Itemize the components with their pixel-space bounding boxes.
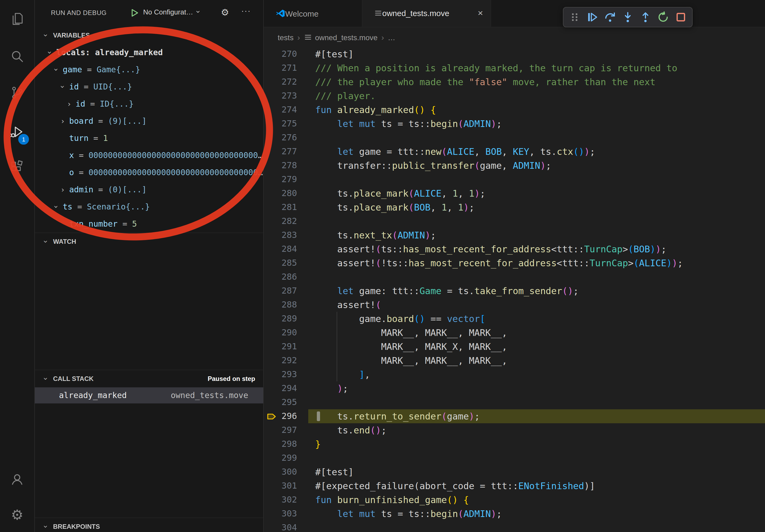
line-number[interactable]: 301 [280, 479, 297, 493]
line-number[interactable]: 289 [280, 312, 297, 326]
line-number[interactable]: 278 [280, 158, 297, 172]
glyph-margin[interactable] [264, 340, 280, 354]
line-number[interactable]: 283 [280, 228, 297, 242]
glyph-margin[interactable] [264, 368, 280, 382]
code-text[interactable]: ], [315, 368, 370, 382]
glyph-margin[interactable] [264, 521, 280, 532]
glyph-margin[interactable] [264, 242, 280, 256]
source-control-icon[interactable] [10, 85, 25, 100]
line-number[interactable]: 299 [280, 451, 297, 465]
glyph-margin[interactable] [264, 382, 280, 396]
glyph-margin[interactable] [264, 451, 280, 465]
glyph-margin[interactable] [264, 437, 280, 451]
glyph-margin[interactable] [264, 200, 280, 214]
glyph-margin[interactable] [264, 312, 280, 326]
glyph-margin[interactable] [264, 270, 280, 284]
glyph-margin[interactable] [264, 493, 280, 507]
line-number[interactable]: 284 [280, 242, 297, 256]
glyph-margin[interactable] [264, 75, 280, 89]
restart-button[interactable] [656, 10, 670, 24]
line-number[interactable]: 297 [280, 423, 297, 437]
glyph-margin[interactable] [264, 103, 280, 117]
code-text[interactable]: let game = ttt::new(ALICE, BOB, KEY, ts.… [315, 145, 595, 158]
step-out-button[interactable] [638, 10, 652, 24]
code-text[interactable]: ts.place_mark(ALICE, 1, 1); [315, 186, 485, 200]
code-text[interactable]: fun burn_unfinished_game() { [315, 493, 469, 507]
glyph-margin[interactable] [264, 172, 280, 186]
line-number[interactable]: 304 [280, 521, 297, 532]
code-text[interactable]: game.board() == vector[ [315, 312, 485, 326]
line-number[interactable]: 272 [280, 75, 297, 89]
glyph-margin[interactable] [264, 228, 280, 242]
variable-row-x[interactable]: ›x = 00000000000000000000000000000000000… [34, 147, 263, 164]
variable-row-o[interactable]: ›o = 00000000000000000000000000000000000… [34, 164, 263, 181]
current-line-arrow-icon[interactable] [264, 409, 280, 423]
extensions-icon[interactable] [10, 160, 25, 175]
line-number[interactable]: 291 [280, 340, 297, 354]
code-text[interactable]: let game: ttt::Game = ts.take_from_sende… [315, 284, 579, 298]
glyph-margin[interactable] [264, 145, 280, 158]
variable-row-board[interactable]: ›board = (9)[...] [34, 113, 263, 130]
call-stack-section-header[interactable]: › CALL STACK Paused on step [34, 370, 263, 387]
breadcrumb-item-owned_tests-move[interactable]: owned_tests.move [304, 33, 378, 42]
glyph-margin[interactable] [264, 507, 280, 521]
debug-config-dropdown[interactable]: No Configurations › [143, 8, 200, 16]
search-icon[interactable] [10, 49, 25, 64]
code-text[interactable]: assert!(ts::has_most_recent_for_address<… [315, 242, 666, 256]
line-number[interactable]: 275 [280, 117, 297, 131]
glyph-margin[interactable] [264, 214, 280, 228]
line-number[interactable]: 277 [280, 145, 297, 158]
code-text[interactable]: MARK__, MARK__, MARK__, [315, 326, 507, 340]
line-number[interactable]: 292 [280, 354, 297, 368]
code-text[interactable]: MARK__, MARK_X, MARK__, [315, 340, 507, 354]
line-number[interactable]: 280 [280, 186, 297, 200]
code-text[interactable]: ); [315, 382, 348, 396]
glyph-margin[interactable] [264, 326, 280, 340]
variable-row-txn_number[interactable]: ›txn_number = 5 [34, 215, 263, 232]
code-text[interactable]: #[expected_failure(abort_code = ttt::ENo… [315, 479, 595, 493]
line-number[interactable]: 302 [280, 493, 297, 507]
tab-owned_tests-move[interactable]: owned_tests.move× [363, 0, 491, 27]
glyph-margin[interactable] [264, 284, 280, 298]
glyph-margin[interactable] [264, 465, 280, 479]
line-number[interactable]: 274 [280, 103, 297, 117]
code-text[interactable]: ts.end(); [315, 423, 386, 437]
code-text[interactable]: /// player. [315, 89, 376, 103]
glyph-margin[interactable] [264, 186, 280, 200]
line-number[interactable]: 298 [280, 437, 297, 451]
code-text[interactable]: transfer::public_transfer(game, ADMIN); [315, 158, 551, 172]
watch-section-header[interactable]: › WATCH [34, 232, 263, 250]
code-text[interactable]: let mut ts = ts::begin(ADMIN); [315, 507, 502, 521]
breadcrumb-item-tests[interactable]: tests [278, 33, 294, 42]
line-number[interactable]: 276 [280, 131, 297, 145]
line-number[interactable]: 279 [280, 172, 297, 186]
line-number[interactable]: 285 [280, 256, 297, 270]
explorer-icon[interactable] [10, 11, 25, 26]
variables-scope-row[interactable]: ›locals: already_marked [34, 44, 263, 61]
line-number[interactable]: 282 [280, 214, 297, 228]
line-number[interactable]: 303 [280, 507, 297, 521]
line-number[interactable]: 273 [280, 89, 297, 103]
start-debugging-button[interactable] [130, 8, 139, 20]
tab-welcome[interactable]: Welcome [264, 0, 363, 27]
glyph-margin[interactable] [264, 131, 280, 145]
step-into-button[interactable] [621, 10, 635, 24]
code-text[interactable]: #[test] [315, 47, 354, 61]
variable-row-game[interactable]: ›game = Game{...} [34, 61, 263, 78]
glyph-margin[interactable] [264, 396, 280, 409]
line-number[interactable]: 293 [280, 368, 297, 382]
line-number[interactable]: 270 [280, 47, 297, 61]
code-text[interactable]: } [315, 437, 321, 451]
variable-row-id[interactable]: ›id = UID{...} [34, 78, 263, 95]
glyph-margin[interactable] [264, 354, 280, 368]
glyph-margin[interactable] [264, 61, 280, 75]
code-text[interactable]: fun already_marked() { [315, 103, 436, 117]
close-icon[interactable]: × [472, 8, 483, 19]
line-number[interactable]: 296 [280, 409, 297, 423]
code-text[interactable]: #[test] [315, 465, 354, 479]
line-number[interactable]: 287 [280, 284, 297, 298]
code-text[interactable]: ts.return_to_sender(game); [315, 409, 480, 423]
line-number[interactable]: 294 [280, 382, 297, 396]
glyph-margin[interactable] [264, 298, 280, 312]
glyph-margin[interactable] [264, 479, 280, 493]
